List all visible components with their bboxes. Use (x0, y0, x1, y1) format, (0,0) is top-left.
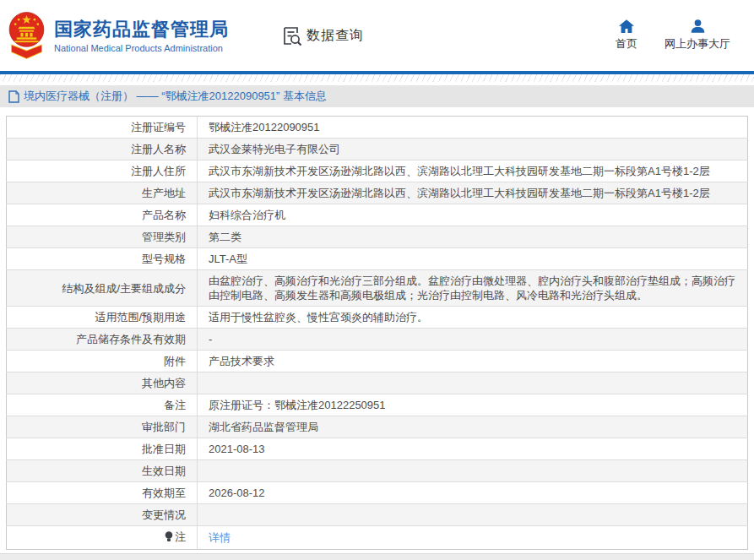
field-label: 注册证编号 (7, 117, 198, 139)
field-label: 注册人住所 (7, 160, 198, 182)
field-label-text: 注册人名称 (131, 143, 186, 155)
info-table-body: 注册证编号 鄂械注准20122090951 注册人名称 武汉金莱特光电子有限公司… (7, 117, 748, 550)
table-row: 结构及组成/主要组成成分 由盆腔治疗、高频治疗和光治疗三部分组成。盆腔治疗由微处… (7, 270, 748, 307)
field-value: 详情 (198, 526, 748, 550)
field-label: 有效期至 (7, 482, 198, 504)
field-label: 生效日期 (7, 460, 198, 482)
table-row: 批准日期 2021-08-13 (7, 438, 748, 460)
org-name-en: National Medical Products Administration (54, 43, 229, 53)
table-row: 附件 产品技术要求 (7, 351, 748, 372)
table-row: 注册证编号 鄂械注准20122090951 (7, 117, 748, 139)
table-row: 适用范围/预期用途 适用于慢性盆腔炎、慢性宫颈炎的辅助治疗。 (7, 307, 748, 329)
field-label-text: 变更情况 (142, 508, 186, 521)
document-icon (8, 90, 19, 103)
field-value: 第二类 (198, 226, 748, 248)
home-icon (619, 19, 634, 33)
main-content: 注册证编号 鄂械注准20122090951 注册人名称 武汉金莱特光电子有限公司… (0, 107, 754, 550)
table-row: 产品名称 妇科综合治疗机 (7, 204, 748, 226)
table-row: 审批部门 湖北省药品监督管理局 (7, 416, 748, 438)
field-label-text: 注册证编号 (131, 121, 186, 133)
field-value: 2026-08-12 (198, 482, 748, 504)
document-search-icon (281, 25, 302, 46)
field-label: 批准日期 (7, 438, 198, 460)
field-value: 2021-08-13 (198, 438, 748, 460)
field-label-text: 注册人住所 (131, 165, 186, 177)
field-value: 妇科综合治疗机 (198, 204, 748, 226)
field-value: 武汉金莱特光电子有限公司 (198, 139, 748, 160)
nav-item-online-hall[interactable]: 网上办事大厅 (664, 19, 730, 52)
field-label-text: 产品储存条件及有效期 (76, 333, 186, 345)
table-row: 注册人名称 武汉金莱特光电子有限公司 (7, 139, 748, 160)
field-label-text: 附件 (164, 355, 186, 367)
field-value (198, 504, 748, 526)
nav-item-label: 网上办事大厅 (664, 36, 730, 52)
field-value: 原注册证号：鄂械注准20122250951 (198, 394, 748, 416)
national-emblem-logo (7, 11, 46, 60)
field-label: 备注 (7, 394, 198, 416)
person-icon (691, 19, 705, 33)
field-label: 生产地址 (7, 182, 198, 204)
field-value: 由盆腔治疗、高频治疗和光治疗三部分组成。盆腔治疗由微处理器、腔内治疗头和腹部治疗… (198, 270, 748, 307)
data-query-tab[interactable]: 数据查询 (281, 25, 364, 46)
field-label-text: 适用范围/预期用途 (95, 311, 186, 323)
table-row: 产品储存条件及有效期 - (7, 329, 748, 351)
note-bulb-icon (165, 531, 173, 546)
data-query-label: 数据查询 (306, 27, 364, 45)
table-row: 其他内容 (7, 372, 748, 394)
field-label-text: 审批部门 (142, 421, 186, 433)
field-label-text: 注 (175, 530, 186, 543)
field-label-text: 管理类别 (142, 231, 186, 243)
field-label: 产品名称 (7, 204, 198, 226)
page: 国家药品监督管理局 National Medical Products Admi… (0, 0, 754, 560)
hatch-divider (0, 74, 754, 82)
field-label: 附件 (7, 351, 198, 372)
field-value: 湖北省药品监督管理局 (198, 416, 748, 438)
field-value (198, 460, 748, 482)
org-name-zh: 国家药品监督管理局 (54, 19, 229, 41)
registration-info-table: 注册证编号 鄂械注准20122090951 注册人名称 武汉金莱特光电子有限公司… (6, 116, 748, 550)
field-value: - (198, 329, 748, 351)
field-value: JLT-A型 (198, 248, 748, 270)
field-label-text: 产品名称 (142, 209, 186, 221)
field-label: 审批部门 (7, 416, 198, 438)
field-label: 变更情况 (7, 504, 198, 526)
table-row: 型号规格 JLT-A型 (7, 248, 748, 270)
field-label-text: 结构及组成/主要组成成分 (62, 282, 186, 295)
field-label: 注册人名称 (7, 139, 198, 160)
table-row: 注 详情 (7, 526, 748, 550)
field-label-text: 备注 (164, 399, 186, 411)
field-label: 结构及组成/主要组成成分 (7, 270, 198, 307)
field-label-text: 生效日期 (142, 465, 186, 477)
breadcrumb: 境内医疗器械（注册） —— “鄂械注准20122090951” 基本信息 (0, 85, 754, 107)
field-label: 管理类别 (7, 226, 198, 248)
field-label-text: 其他内容 (142, 377, 186, 389)
field-label: 产品储存条件及有效期 (7, 329, 198, 351)
detail-link[interactable]: 详情 (209, 531, 231, 544)
field-label: 注 (7, 526, 198, 550)
field-label: 适用范围/预期用途 (7, 307, 198, 329)
table-row: 有效期至 2026-08-12 (7, 482, 748, 504)
breadcrumb-text: 境内医疗器械（注册） —— “鄂械注准20122090951” 基本信息 (24, 89, 327, 104)
field-value: 鄂械注准20122090951 (198, 117, 748, 139)
field-label: 型号规格 (7, 248, 198, 270)
table-row: 生效日期 (7, 460, 748, 482)
field-value: 武汉市东湖新技术开发区汤逊湖北路以西、滨湖路以北理工大科技园研发基地二期一标段第… (198, 182, 748, 204)
nav-item-home[interactable]: 首页 (616, 19, 637, 52)
field-label-text: 型号规格 (142, 253, 186, 265)
field-value: 武汉市东湖新技术开发区汤逊湖北路以西、滨湖路以北理工大科技园研发基地二期一标段第… (198, 160, 748, 182)
org-names: 国家药品监督管理局 National Medical Products Admi… (54, 19, 229, 53)
site-header: 国家药品监督管理局 National Medical Products Admi… (0, 0, 754, 71)
table-row: 管理类别 第二类 (7, 226, 748, 248)
field-value: 适用于慢性盆腔炎、慢性宫颈炎的辅助治疗。 (198, 307, 748, 329)
table-row: 生产地址 武汉市东湖新技术开发区汤逊湖北路以西、滨湖路以北理工大科技园研发基地二… (7, 182, 748, 204)
field-label-text: 有效期至 (142, 487, 186, 499)
field-value (198, 372, 748, 394)
table-row: 备注 原注册证号：鄂械注准20122250951 (7, 394, 748, 416)
page-footer (0, 553, 754, 560)
field-label-text: 生产地址 (142, 187, 186, 199)
header-nav: 首页 网上办事大厅 (616, 19, 730, 52)
nav-item-label: 首页 (616, 36, 637, 52)
table-row: 注册人住所 武汉市东湖新技术开发区汤逊湖北路以西、滨湖路以北理工大科技园研发基地… (7, 160, 748, 182)
field-value: 产品技术要求 (198, 351, 748, 372)
table-row: 变更情况 (7, 504, 748, 526)
